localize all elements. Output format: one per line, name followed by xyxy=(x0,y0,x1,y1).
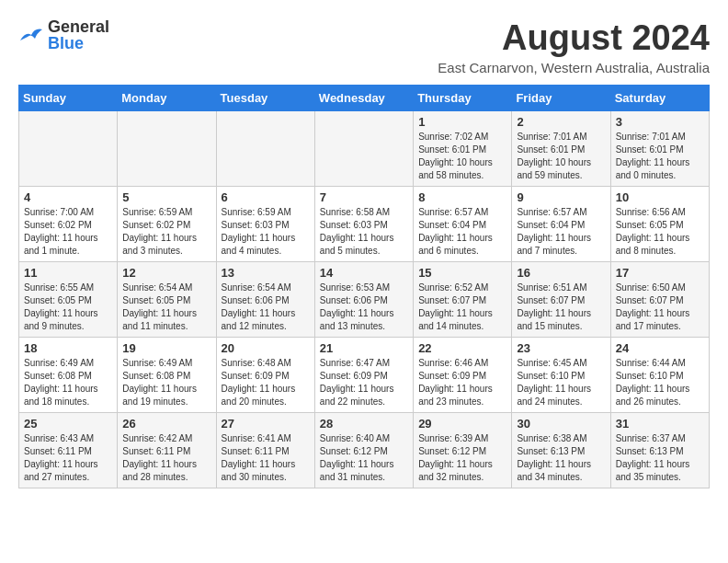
day-info: Sunrise: 6:41 AMSunset: 6:11 PMDaylight:… xyxy=(222,432,310,484)
day-number: 25 xyxy=(24,417,112,431)
day-cell: 2Sunrise: 7:01 AMSunset: 6:01 PMDaylight… xyxy=(512,111,610,187)
day-number: 3 xyxy=(616,115,704,129)
month-title: August 2024 xyxy=(438,18,710,58)
day-info: Sunrise: 6:56 AMSunset: 6:05 PMDaylight:… xyxy=(616,206,704,258)
day-info: Sunrise: 7:01 AMSunset: 6:01 PMDaylight:… xyxy=(616,131,704,182)
day-info: Sunrise: 6:58 AMSunset: 6:03 PMDaylight:… xyxy=(320,206,408,258)
day-cell: 10Sunrise: 6:56 AMSunset: 6:05 PMDayligh… xyxy=(610,187,709,262)
day-cell: 9Sunrise: 6:57 AMSunset: 6:04 PMDaylight… xyxy=(512,187,610,262)
day-number: 16 xyxy=(517,266,605,280)
day-info: Sunrise: 6:38 AMSunset: 6:13 PMDaylight:… xyxy=(517,432,605,484)
day-info: Sunrise: 6:59 AMSunset: 6:03 PMDaylight:… xyxy=(222,206,310,258)
day-cell: 11Sunrise: 6:55 AMSunset: 6:05 PMDayligh… xyxy=(19,262,118,338)
day-info: Sunrise: 6:42 AMSunset: 6:11 PMDaylight:… xyxy=(122,432,210,484)
header-cell-wednesday: Wednesday xyxy=(314,86,413,111)
day-cell: 22Sunrise: 6:46 AMSunset: 6:09 PMDayligh… xyxy=(414,338,512,413)
header-cell-sunday: Sunday xyxy=(19,86,118,111)
day-info: Sunrise: 6:45 AMSunset: 6:10 PMDaylight:… xyxy=(517,357,605,408)
day-info: Sunrise: 7:01 AMSunset: 6:01 PMDaylight:… xyxy=(517,131,605,182)
day-info: Sunrise: 6:40 AMSunset: 6:12 PMDaylight:… xyxy=(320,432,408,484)
day-number: 20 xyxy=(222,341,310,355)
day-cell: 18Sunrise: 6:49 AMSunset: 6:08 PMDayligh… xyxy=(19,338,118,413)
day-number: 23 xyxy=(517,341,605,355)
day-info: Sunrise: 6:37 AMSunset: 6:13 PMDaylight:… xyxy=(616,432,704,484)
day-info: Sunrise: 6:53 AMSunset: 6:06 PMDaylight:… xyxy=(320,282,408,333)
day-number: 26 xyxy=(122,417,210,431)
header-cell-thursday: Thursday xyxy=(414,86,512,111)
day-cell: 12Sunrise: 6:54 AMSunset: 6:05 PMDayligh… xyxy=(118,262,216,338)
day-number: 17 xyxy=(616,266,704,280)
day-info: Sunrise: 6:52 AMSunset: 6:07 PMDaylight:… xyxy=(418,282,506,333)
day-cell: 23Sunrise: 6:45 AMSunset: 6:10 PMDayligh… xyxy=(512,338,610,413)
logo-general: General xyxy=(48,18,109,35)
week-row-3: 11Sunrise: 6:55 AMSunset: 6:05 PMDayligh… xyxy=(19,262,710,338)
day-number: 8 xyxy=(418,190,506,204)
day-cell: 28Sunrise: 6:40 AMSunset: 6:12 PMDayligh… xyxy=(314,413,413,488)
day-cell xyxy=(19,111,118,187)
day-info: Sunrise: 6:47 AMSunset: 6:09 PMDaylight:… xyxy=(320,357,408,408)
day-info: Sunrise: 6:39 AMSunset: 6:12 PMDaylight:… xyxy=(418,432,506,484)
day-number: 6 xyxy=(222,190,310,204)
calendar-header: SundayMondayTuesdayWednesdayThursdayFrid… xyxy=(19,86,710,111)
day-cell: 27Sunrise: 6:41 AMSunset: 6:11 PMDayligh… xyxy=(216,413,314,488)
week-row-1: 1Sunrise: 7:02 AMSunset: 6:01 PMDaylight… xyxy=(19,111,710,187)
day-info: Sunrise: 7:02 AMSunset: 6:01 PMDaylight:… xyxy=(418,131,506,182)
day-number: 18 xyxy=(24,341,112,355)
day-info: Sunrise: 6:43 AMSunset: 6:11 PMDaylight:… xyxy=(24,432,112,484)
day-info: Sunrise: 6:54 AMSunset: 6:06 PMDaylight:… xyxy=(222,282,310,333)
day-cell: 13Sunrise: 6:54 AMSunset: 6:06 PMDayligh… xyxy=(216,262,314,338)
day-number: 7 xyxy=(320,190,408,204)
week-row-2: 4Sunrise: 7:00 AMSunset: 6:02 PMDaylight… xyxy=(19,187,710,262)
day-cell: 17Sunrise: 6:50 AMSunset: 6:07 PMDayligh… xyxy=(610,262,709,338)
day-cell: 16Sunrise: 6:51 AMSunset: 6:07 PMDayligh… xyxy=(512,262,610,338)
day-cell: 8Sunrise: 6:57 AMSunset: 6:04 PMDaylight… xyxy=(414,187,512,262)
day-info: Sunrise: 6:59 AMSunset: 6:02 PMDaylight:… xyxy=(122,206,210,258)
day-number: 9 xyxy=(517,190,605,204)
header-cell-friday: Friday xyxy=(512,86,610,111)
day-cell: 3Sunrise: 7:01 AMSunset: 6:01 PMDaylight… xyxy=(610,111,709,187)
day-cell: 20Sunrise: 6:48 AMSunset: 6:09 PMDayligh… xyxy=(216,338,314,413)
day-info: Sunrise: 6:50 AMSunset: 6:07 PMDaylight:… xyxy=(616,282,704,333)
day-info: Sunrise: 6:44 AMSunset: 6:10 PMDaylight:… xyxy=(616,357,704,408)
day-cell: 6Sunrise: 6:59 AMSunset: 6:03 PMDaylight… xyxy=(216,187,314,262)
day-info: Sunrise: 7:00 AMSunset: 6:02 PMDaylight:… xyxy=(24,206,112,258)
week-row-5: 25Sunrise: 6:43 AMSunset: 6:11 PMDayligh… xyxy=(19,413,710,488)
day-cell: 5Sunrise: 6:59 AMSunset: 6:02 PMDaylight… xyxy=(118,187,216,262)
day-cell: 1Sunrise: 7:02 AMSunset: 6:01 PMDaylight… xyxy=(414,111,512,187)
day-cell: 31Sunrise: 6:37 AMSunset: 6:13 PMDayligh… xyxy=(610,413,709,488)
day-number: 19 xyxy=(122,341,210,355)
day-number: 13 xyxy=(222,266,310,280)
header-row: SundayMondayTuesdayWednesdayThursdayFrid… xyxy=(19,86,710,111)
logo-blue: Blue xyxy=(48,35,109,52)
day-number: 31 xyxy=(616,417,704,431)
day-number: 22 xyxy=(418,341,506,355)
day-info: Sunrise: 6:57 AMSunset: 6:04 PMDaylight:… xyxy=(517,206,605,258)
calendar-body: 1Sunrise: 7:02 AMSunset: 6:01 PMDaylight… xyxy=(19,111,710,488)
day-cell: 26Sunrise: 6:42 AMSunset: 6:11 PMDayligh… xyxy=(118,413,216,488)
day-cell: 7Sunrise: 6:58 AMSunset: 6:03 PMDaylight… xyxy=(314,187,413,262)
day-info: Sunrise: 6:54 AMSunset: 6:05 PMDaylight:… xyxy=(122,282,210,333)
week-row-4: 18Sunrise: 6:49 AMSunset: 6:08 PMDayligh… xyxy=(19,338,710,413)
day-info: Sunrise: 6:55 AMSunset: 6:05 PMDaylight:… xyxy=(24,282,112,333)
day-number: 28 xyxy=(320,417,408,431)
day-cell: 15Sunrise: 6:52 AMSunset: 6:07 PMDayligh… xyxy=(414,262,512,338)
day-cell: 29Sunrise: 6:39 AMSunset: 6:12 PMDayligh… xyxy=(414,413,512,488)
location-title: East Carnarvon, Western Australia, Austr… xyxy=(438,60,710,75)
day-number: 24 xyxy=(616,341,704,355)
day-cell: 19Sunrise: 6:49 AMSunset: 6:08 PMDayligh… xyxy=(118,338,216,413)
day-cell: 21Sunrise: 6:47 AMSunset: 6:09 PMDayligh… xyxy=(314,338,413,413)
day-number: 2 xyxy=(517,115,605,129)
day-info: Sunrise: 6:49 AMSunset: 6:08 PMDaylight:… xyxy=(24,357,112,408)
day-cell: 14Sunrise: 6:53 AMSunset: 6:06 PMDayligh… xyxy=(314,262,413,338)
day-info: Sunrise: 6:49 AMSunset: 6:08 PMDaylight:… xyxy=(122,357,210,408)
calendar-table: SundayMondayTuesdayWednesdayThursdayFrid… xyxy=(18,85,710,488)
day-number: 30 xyxy=(517,417,605,431)
day-number: 12 xyxy=(122,266,210,280)
day-cell: 24Sunrise: 6:44 AMSunset: 6:10 PMDayligh… xyxy=(610,338,709,413)
header-cell-monday: Monday xyxy=(118,86,216,111)
logo-icon xyxy=(18,24,44,46)
day-info: Sunrise: 6:51 AMSunset: 6:07 PMDaylight:… xyxy=(517,282,605,333)
day-info: Sunrise: 6:48 AMSunset: 6:09 PMDaylight:… xyxy=(222,357,310,408)
day-number: 4 xyxy=(24,190,112,204)
day-info: Sunrise: 6:57 AMSunset: 6:04 PMDaylight:… xyxy=(418,206,506,258)
